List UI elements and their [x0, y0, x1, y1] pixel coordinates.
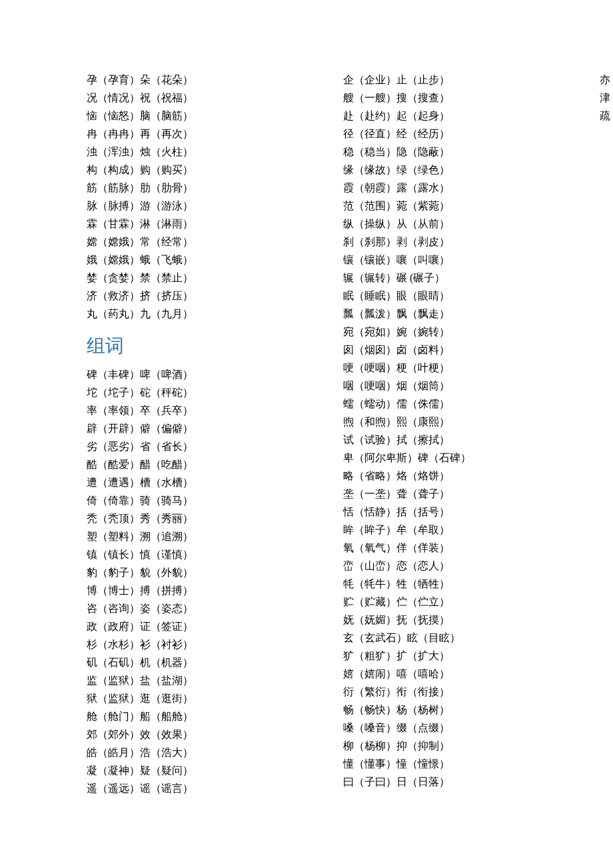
word-pair-line: 纵（操纵）从（从前）: [343, 217, 526, 231]
word-pair-line: 咽（哽咽）烟（烟筒）: [343, 379, 526, 393]
word-pair-line: 婪（贪婪）禁（禁止）: [87, 271, 270, 285]
word-pair-line: 犷（粗犷）扩（扩大）: [343, 649, 526, 663]
word-pair-line: 径（径直）经（经历）: [343, 127, 526, 141]
word-pair-line: 嗓（嗓音）缀（点缀）: [343, 721, 526, 735]
word-pair-line: 霞（朝霞）露（露水）: [343, 181, 526, 195]
word-pair-line: 郊（郊外）效（效果）: [87, 728, 270, 742]
word-pair-line: 玄（玄武石）眩（目眩）: [343, 631, 526, 645]
word-pair-line: 恼（恼怒）脑（脑筋）: [87, 109, 270, 123]
word-pair-line: 济（救济）挤（挤压）: [87, 289, 270, 303]
word-pair-line: 懂（懂事）憧（憧憬）: [343, 757, 526, 771]
word-pair-line: 津（天津）律（法律）: [600, 91, 613, 105]
word-pair-line: 娥（嫦娥）蛾（飞蛾）: [87, 253, 270, 267]
word-pair-line: 监（监狱）盐（盐湖）: [87, 674, 270, 688]
word-pair-line: 遥（遥远）谣（谣言）: [87, 782, 270, 796]
word-pair-line: 疏（疏密）梳（梳子）: [600, 109, 613, 123]
word-pair-line: 浊（浑浊）烛（火柱）: [87, 145, 270, 159]
word-pair-line: 劣（恶劣）省（省长）: [87, 440, 270, 454]
word-pair-line: 蠕（蠕动）儒（侏儒）: [343, 397, 526, 411]
word-pair-line: 舱（舱门）船（船舱）: [87, 710, 270, 724]
word-pair-line: 妩（妩媚）抚（抚摸）: [343, 613, 526, 627]
word-pair-line: 哽（哽咽）梗（叶梗）: [343, 361, 526, 375]
word-pair-line: 倚（倚靠）骑（骑马）: [87, 494, 270, 508]
word-pair-line: 缘（缘故）绿（绿色）: [343, 163, 526, 177]
word-pair-line: 博（博士）搏（拼搏）: [87, 584, 270, 598]
word-pair-line: 率（率领）卒（兵卒）: [87, 404, 270, 418]
section-heading: 组词: [87, 333, 270, 359]
word-pair-line: 辟（开辟）僻（偏僻）: [87, 422, 270, 436]
word-pair-line: 嫦（嫦娥）常（经常）: [87, 235, 270, 249]
word-pair-line: 镇（镇长）慎（谨慎）: [87, 548, 270, 562]
word-pair-line: 脉（脉搏）游（游泳）: [87, 199, 270, 213]
word-pair-line: 况（情况）祝（祝福）: [87, 91, 270, 105]
word-pair-line: 略（省略）烙（烙饼）: [343, 469, 526, 483]
word-pair-line: 构（构成）购（购买）: [87, 163, 270, 177]
word-pair-line: 辗（辗转）碾 (碾子）: [343, 271, 526, 285]
word-pair-line: 酷（酷爱）醋（吃醋）: [87, 458, 270, 472]
word-list-section-1: 孕（孕育）朵（花朵）况（情况）祝（祝福）恼（恼怒）脑（脑筋）冉（冉冉）再（再次）…: [87, 73, 270, 321]
word-pair-line: 霖（甘霖）淋（淋雨）: [87, 217, 270, 231]
word-pair-line: 矶（石矶）机（机器）: [87, 656, 270, 670]
word-pair-line: 宛（宛如）婉（婉转）: [343, 325, 526, 339]
word-pair-line: 眠（睡眠）眼（眼睛）: [343, 289, 526, 303]
word-pair-line: 企（企业）止（止步）: [343, 73, 526, 87]
word-pair-line: 政（政府）证（签证）: [87, 620, 270, 634]
word-pair-line: 刹（刹那）剥（剥皮）: [343, 235, 526, 249]
word-pair-line: 试（试验）拭（擦拭）: [343, 433, 526, 447]
word-pair-line: 孕（孕育）朵（花朵）: [87, 73, 270, 87]
word-pair-line: 艘（一艘）搜（搜查）: [343, 91, 526, 105]
word-pair-line: 卑（阿尔卑斯）碑（石碑）: [343, 451, 526, 465]
word-pair-line: 亦（不亦说乎）赤（赤脚）: [600, 73, 613, 87]
word-pair-line: 眸（眸子）牟（牟取）: [343, 523, 526, 537]
word-pair-line: 嬉（嬉闹）嘻（嘻哈）: [343, 667, 526, 681]
word-pair-line: 豹（豹子）貌（外貌）: [87, 566, 270, 580]
word-pair-line: 柳（杨柳）抑（抑制）: [343, 739, 526, 753]
word-pair-line: 丸（药丸）九（九月）: [87, 307, 270, 321]
word-pair-line: 秃（秃顶）秀（秀丽）: [87, 512, 270, 526]
word-pair-line: 曰（子曰）日（日落）: [343, 775, 526, 789]
word-pair-line: 凝（凝神）疑（疑问）: [87, 764, 270, 778]
word-pair-line: 咨（咨询）姿（姿态）: [87, 602, 270, 616]
word-pair-line: 囱（烟囱）卤（卤料）: [343, 343, 526, 357]
word-pair-line: 氧（氧气）佯（佯装）: [343, 541, 526, 555]
word-pair-line: 镶（镶嵌）嚷（叫嚷）: [343, 253, 526, 267]
document-page: 孕（孕育）朵（花朵）况（情况）祝（祝福）恼（恼怒）脑（脑筋）冉（冉冉）再（再次）…: [0, 0, 613, 847]
word-pair-line: 碑（丰碑）啤（啤酒）: [87, 368, 270, 382]
word-pair-line: 畅（畅快）杨（杨树）: [343, 703, 526, 717]
word-pair-line: 牦（牦牛）牲（牺牲）: [343, 577, 526, 591]
word-pair-line: 稳（稳当）隐（隐蔽）: [343, 145, 526, 159]
word-pair-line: 塑（塑料）溯（追溯）: [87, 530, 270, 544]
word-pair-line: 坨（坨子）砣（秤砣）: [87, 386, 270, 400]
word-pair-line: 贮（贮藏）伫（伫立）: [343, 595, 526, 609]
word-pair-line: 遭（遭遇）槽（水槽）: [87, 476, 270, 490]
word-pair-line: 皓（皓月）浩（浩大）: [87, 746, 270, 760]
word-pair-line: 瓢（瓢泼）飘（飘走）: [343, 307, 526, 321]
word-pair-line: 衍（繁衍）衔（衔接）: [343, 685, 526, 699]
word-pair-line: 赴（赴约）起（起身）: [343, 109, 526, 123]
word-pair-line: 杉（水杉）衫（衬衫）: [87, 638, 270, 652]
word-pair-line: 垄（一垄）聋（聋子）: [343, 487, 526, 501]
word-pair-line: 煦（和煦）熙（康熙）: [343, 415, 526, 429]
word-pair-line: 峦（山峦）恋（恋人）: [343, 559, 526, 573]
word-pair-line: 筋（筋脉）肋（肋骨）: [87, 181, 270, 195]
word-pair-line: 范（范围）菀（紫菀）: [343, 199, 526, 213]
word-pair-line: 恬（恬静）括（括号）: [343, 505, 526, 519]
word-pair-line: 冉（冉冉）再（再次）: [87, 127, 270, 141]
word-pair-line: 狱（监狱）逛（逛街）: [87, 692, 270, 706]
